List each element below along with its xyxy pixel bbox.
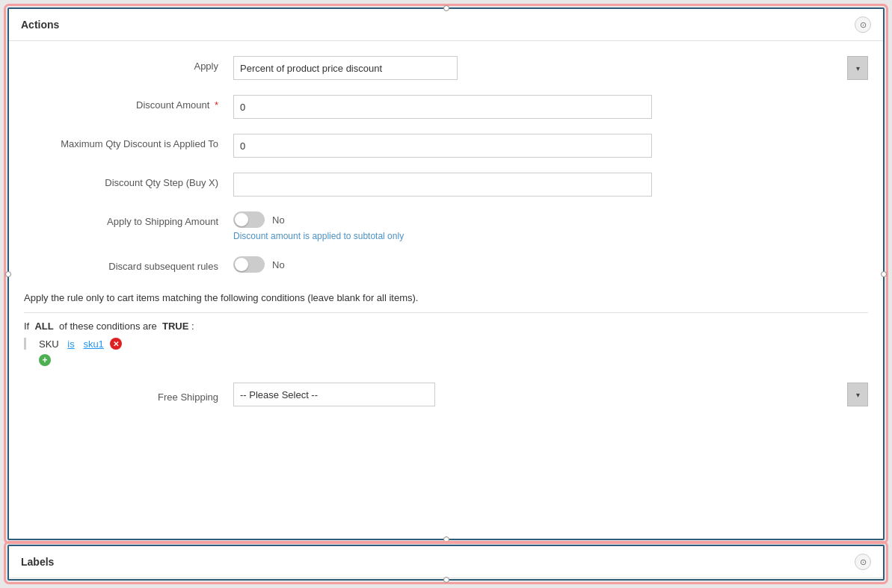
max-qty-field	[233, 134, 868, 158]
actions-body: Apply Percent of product price discount …	[9, 41, 883, 424]
logic-if: If	[24, 321, 29, 332]
apply-label: Apply	[24, 56, 233, 72]
actions-header: Actions ⊙	[9, 9, 883, 41]
logic-middle: of these conditions are	[59, 321, 157, 332]
discard-rules-label: Discard subsequent rules	[24, 256, 233, 272]
labels-panel: Labels ⊙	[7, 545, 885, 581]
discount-amount-field	[233, 95, 868, 119]
free-shipping-label: Free Shipping	[24, 387, 233, 403]
apply-select-wrapper: Percent of product price discount Fixed …	[233, 56, 868, 80]
discount-amount-required: *	[215, 99, 218, 111]
discard-rules-toggle[interactable]	[233, 256, 265, 273]
max-qty-input[interactable]	[233, 134, 652, 158]
free-shipping-select-arrow-icon: ▾	[847, 383, 868, 406]
labels-title: Labels	[21, 556, 54, 568]
condition-operator[interactable]: is	[67, 338, 74, 350]
apply-shipping-hint: Discount amount is applied to subtotal o…	[233, 231, 868, 241]
apply-shipping-label: Apply to Shipping Amount	[24, 211, 233, 227]
apply-row: Apply Percent of product price discount …	[9, 49, 883, 87]
apply-shipping-field: No Discount amount is applied to subtota…	[233, 211, 868, 241]
discard-rules-toggle-row: No	[233, 256, 868, 273]
discount-qty-step-label: Discount Qty Step (Buy X)	[24, 173, 233, 188]
discard-rules-field: No	[233, 256, 868, 273]
conditions-title: Apply the rule only to cart items matchi…	[24, 292, 868, 303]
remove-condition-button[interactable]: ✕	[110, 338, 122, 350]
condition-item-sku: SKU is sku1 ✕	[24, 338, 868, 350]
discount-amount-label: Discount Amount *	[24, 95, 233, 111]
actions-title: Actions	[21, 19, 59, 31]
resize-dot-bottom[interactable]	[443, 536, 449, 542]
max-qty-row: Maximum Qty Discount is Applied To	[9, 126, 883, 165]
apply-select[interactable]: Percent of product price discount Fixed …	[233, 56, 458, 80]
logic-all[interactable]: ALL	[34, 321, 53, 332]
condition-logic: If ALL of these conditions are TRUE :	[24, 321, 868, 332]
free-shipping-select-wrapper: -- Please Select -- Yes No ▾	[233, 383, 868, 406]
labels-header: Labels ⊙	[9, 546, 883, 578]
actions-panel: Actions ⊙ Apply Percent of product price…	[7, 7, 885, 540]
resize-dot-right[interactable]	[881, 271, 887, 277]
condition-field: SKU	[39, 338, 59, 350]
apply-shipping-row: Apply to Shipping Amount No Discount amo…	[9, 204, 883, 249]
labels-resize-dot-bottom[interactable]	[443, 577, 449, 583]
condition-value[interactable]: sku1	[83, 338, 103, 350]
actions-collapse-button[interactable]: ⊙	[855, 16, 871, 33]
apply-shipping-toggle[interactable]	[233, 211, 265, 228]
discount-qty-step-field	[233, 173, 868, 196]
logic-true[interactable]: TRUE	[162, 321, 188, 332]
apply-field: Percent of product price discount Fixed …	[233, 56, 868, 80]
discount-amount-row: Discount Amount *	[9, 87, 883, 126]
add-condition-button[interactable]: +	[39, 354, 51, 366]
discount-qty-step-input[interactable]	[233, 173, 652, 196]
discard-rules-row: Discard subsequent rules No	[9, 249, 883, 282]
discount-qty-step-row: Discount Qty Step (Buy X)	[9, 165, 883, 204]
discount-amount-input[interactable]	[233, 95, 652, 119]
free-shipping-row: Free Shipping -- Please Select -- Yes No…	[9, 372, 883, 417]
free-shipping-field: -- Please Select -- Yes No ▾	[233, 383, 868, 406]
max-qty-label: Maximum Qty Discount is Applied To	[24, 134, 233, 149]
resize-dot-left[interactable]	[5, 271, 11, 277]
apply-shipping-toggle-label: No	[272, 214, 285, 226]
discard-rules-toggle-label: No	[272, 259, 285, 270]
logic-suffix: :	[191, 321, 194, 332]
conditions-section: Apply the rule only to cart items matchi…	[9, 282, 883, 372]
labels-collapse-button[interactable]: ⊙	[855, 554, 871, 570]
conditions-body: If ALL of these conditions are TRUE : SK…	[24, 312, 868, 366]
free-shipping-select[interactable]: -- Please Select -- Yes No	[233, 383, 435, 406]
resize-dot-top[interactable]	[443, 5, 449, 11]
apply-select-arrow-icon: ▾	[847, 56, 868, 80]
apply-shipping-toggle-row: No	[233, 211, 868, 228]
